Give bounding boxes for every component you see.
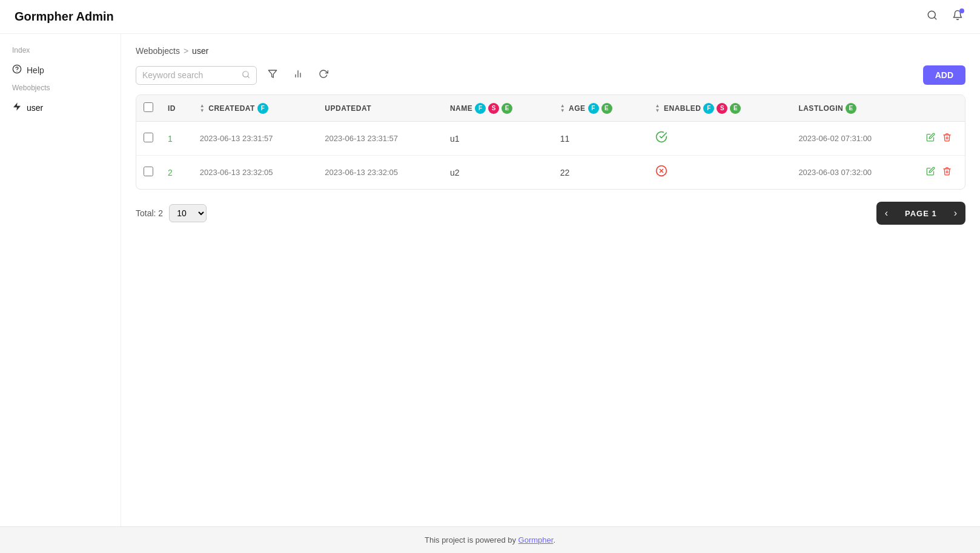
- col-header-updatedat: UPDATEDAT: [317, 95, 443, 122]
- row-id[interactable]: 2: [168, 168, 173, 177]
- row-actions: [916, 156, 965, 190]
- badge-age-f: F: [588, 103, 599, 114]
- col-header-createdat[interactable]: ▲▼ CREATEDAT F: [193, 95, 318, 122]
- breadcrumb-separator: >: [184, 46, 188, 56]
- page-label: PAGE 1: [896, 203, 945, 224]
- notification-button[interactable]: [950, 7, 965, 26]
- badge-name-e: E: [502, 103, 512, 114]
- header-icons: [924, 7, 965, 26]
- row-checkbox[interactable]: [144, 167, 153, 176]
- row-createdat: 2023-06-13 23:31:57: [193, 122, 318, 156]
- badge-lastlogin-e: E: [846, 103, 856, 114]
- pagination-area: Total: 2 102050100 ‹ PAGE 1 ›: [136, 202, 965, 225]
- row-id[interactable]: 1: [168, 134, 173, 144]
- footer-period: .: [553, 535, 555, 545]
- select-all-checkbox[interactable]: [144, 102, 153, 112]
- filter-button[interactable]: [263, 65, 282, 85]
- sort-icon-enabled: ▲▼: [655, 104, 660, 113]
- row-enabled: [648, 122, 792, 156]
- search-box[interactable]: [136, 66, 257, 85]
- sidebar: Index Help Webobjects user: [0, 34, 121, 526]
- add-button[interactable]: ADD: [923, 65, 965, 85]
- breadcrumb: Webobjects > user: [136, 46, 965, 56]
- row-name: u1: [443, 122, 553, 156]
- total-count: Total: 2: [136, 208, 163, 218]
- svg-marker-4: [13, 102, 21, 110]
- col-header-actions: [916, 95, 965, 122]
- prev-page-button[interactable]: ‹: [876, 202, 896, 225]
- sidebar-item-user-label: user: [27, 103, 43, 113]
- help-icon: [12, 64, 22, 76]
- row-name: u2: [443, 156, 553, 190]
- table-row: 1 2023-06-13 23:31:57 2023-06-13 23:31:5…: [136, 122, 965, 156]
- row-createdat: 2023-06-13 23:32:05: [193, 156, 318, 190]
- badge-enabled-e: E: [730, 103, 741, 114]
- footer: This project is powered by Gormpher.: [0, 526, 980, 553]
- sidebar-item-help-label: Help: [27, 65, 44, 75]
- badge-enabled-s: S: [717, 103, 727, 114]
- main-content: Webobjects > user ADD: [121, 34, 980, 526]
- badge-name-f: F: [475, 103, 486, 114]
- chart-button[interactable]: [288, 65, 308, 85]
- col-header-name: NAME F S E: [443, 95, 553, 122]
- badge-createdat-f: F: [257, 103, 268, 114]
- sidebar-item-help[interactable]: Help: [0, 59, 121, 81]
- notification-dot: [959, 8, 964, 13]
- delete-button[interactable]: [940, 164, 954, 180]
- next-page-button[interactable]: ›: [945, 202, 965, 225]
- row-enabled: [648, 156, 792, 190]
- search-icon: [242, 70, 250, 81]
- search-input[interactable]: [142, 70, 238, 80]
- lightning-icon: [12, 102, 22, 114]
- row-updatedat: 2023-06-13 23:32:05: [317, 156, 443, 190]
- sidebar-item-user[interactable]: user: [0, 97, 121, 119]
- refresh-button[interactable]: [314, 65, 333, 85]
- sort-icon-age: ▲▼: [560, 104, 565, 113]
- sidebar-webobjects-label: Webobjects: [0, 81, 121, 97]
- data-table: ID ▲▼ CREATEDAT F UPDATE: [136, 94, 965, 190]
- total-info: Total: 2 102050100: [136, 204, 207, 222]
- row-age: 11: [553, 122, 648, 156]
- svg-line-1: [934, 17, 936, 19]
- breadcrumb-current: user: [192, 46, 208, 56]
- row-updatedat: 2023-06-13 23:31:57: [317, 122, 443, 156]
- svg-marker-7: [268, 70, 276, 78]
- row-checkbox[interactable]: [144, 133, 153, 142]
- table-row: 2 2023-06-13 23:32:05 2023-06-13 23:32:0…: [136, 156, 965, 190]
- breadcrumb-parent[interactable]: Webobjects: [136, 46, 180, 56]
- badge-name-s: S: [488, 103, 499, 114]
- enabled-false-icon: [655, 167, 667, 179]
- badge-enabled-f: F: [703, 103, 714, 114]
- edit-button[interactable]: [924, 130, 938, 147]
- row-lastlogin: 2023-06-02 07:31:00: [791, 122, 916, 156]
- delete-button[interactable]: [940, 130, 954, 147]
- row-age: 22: [553, 156, 648, 190]
- page-size-select[interactable]: 102050100: [169, 204, 207, 222]
- row-actions: [916, 122, 965, 156]
- search-button[interactable]: [924, 7, 940, 26]
- col-header-age[interactable]: ▲▼ AGE F E: [553, 95, 648, 122]
- badge-age-e: E: [601, 103, 612, 114]
- enabled-true-icon: [655, 133, 667, 145]
- col-header-lastlogin: LASTLOGIN E: [791, 95, 916, 122]
- row-lastlogin: 2023-06-03 07:32:00: [791, 156, 916, 190]
- edit-button[interactable]: [924, 164, 938, 180]
- footer-text: This project is powered by: [425, 535, 518, 545]
- sidebar-index-label: Index: [0, 44, 121, 59]
- col-header-enabled[interactable]: ▲▼ ENABLED F S E: [648, 95, 792, 122]
- sort-icon-createdat: ▲▼: [200, 104, 205, 113]
- svg-line-6: [248, 76, 250, 78]
- footer-link[interactable]: Gormpher: [518, 535, 554, 545]
- toolbar: ADD: [136, 65, 965, 85]
- pagination-controls: ‹ PAGE 1 ›: [876, 202, 965, 225]
- app-title: Gormpher Admin: [15, 10, 114, 24]
- col-header-id: ID: [161, 95, 193, 122]
